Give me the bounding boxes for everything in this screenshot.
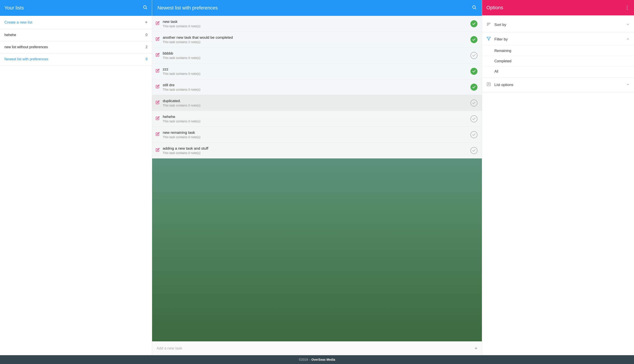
footer-brand: OverSeas Media xyxy=(311,358,335,361)
right-header: Options ⋮ xyxy=(482,0,634,16)
task-info: zzz This task contains 0 note(s) xyxy=(163,67,467,76)
center-search-icon[interactable] xyxy=(472,5,476,11)
task-notes: This task contains 0 note(s) xyxy=(163,151,467,155)
task-info: adding a new task and stuff This task co… xyxy=(163,146,467,155)
task-notes: This task contains 0 note(s) xyxy=(163,135,467,139)
task-name: another new task that would be completed xyxy=(163,36,467,40)
task-info: still dre This task contains 0 note(s) xyxy=(163,83,467,91)
center-title: Newest list with preferences xyxy=(158,5,218,11)
list-item-count: 2 xyxy=(146,45,148,49)
svg-line-1 xyxy=(146,8,147,9)
task-name: new task xyxy=(163,20,467,24)
task-name: bbbbb xyxy=(163,51,467,56)
filter-sub-item[interactable]: All xyxy=(482,66,634,76)
filter-sub-item[interactable]: Completed xyxy=(482,56,634,66)
task-name: still dre xyxy=(163,83,467,87)
tasks-list: new task This task contains 0 note(s) an… xyxy=(152,16,482,341)
center-header: Newest list with preferences xyxy=(152,0,482,16)
task-check[interactable] xyxy=(470,68,478,75)
task-notes: This task contains 0 note(s) xyxy=(163,56,467,60)
task-name: adding a new task and stuff xyxy=(163,146,467,151)
task-row: new task This task contains 0 note(s) xyxy=(152,16,482,32)
list-item-count: 9 xyxy=(146,57,148,61)
list-options-icon xyxy=(486,82,491,88)
sort-by-label: Sort by xyxy=(494,23,622,27)
task-check[interactable] xyxy=(470,52,478,59)
task-edit-icon[interactable] xyxy=(156,69,160,74)
sort-by-section: Sort by xyxy=(482,18,634,32)
task-edit-icon[interactable] xyxy=(156,53,160,58)
filter-by-label: Filter by xyxy=(494,37,622,42)
left-panel: Your lists Create a new list + hehehe 0 … xyxy=(0,0,152,355)
task-row: zzz This task contains 0 note(s) xyxy=(152,64,482,79)
sort-by-row[interactable]: Sort by xyxy=(482,18,634,31)
search-icon[interactable] xyxy=(143,5,148,11)
task-info: another new task that would be completed… xyxy=(163,36,467,44)
task-info: hehehe This task contains 0 note(s) xyxy=(163,115,467,123)
task-info: bbbbb This task contains 0 note(s) xyxy=(163,51,467,60)
menu-icon[interactable]: ⋮ xyxy=(625,5,630,10)
task-row: still dre This task contains 0 note(s) xyxy=(152,79,482,95)
task-check[interactable] xyxy=(470,84,478,91)
task-edit-icon[interactable] xyxy=(156,116,160,121)
main-content: Your lists Create a new list + hehehe 0 … xyxy=(0,0,634,355)
list-item[interactable]: Newest list with preferences 9 xyxy=(0,53,152,65)
task-edit-icon[interactable] xyxy=(156,148,160,153)
task-edit-icon[interactable] xyxy=(156,21,160,26)
task-edit-icon[interactable] xyxy=(156,132,160,137)
footer-text: ©2019 – OverSeas Media xyxy=(299,358,335,361)
task-row: duplicated. This task contains 0 note(s) xyxy=(152,95,482,111)
task-name: new remaining task xyxy=(163,130,467,135)
svg-rect-8 xyxy=(487,83,490,86)
right-body: Sort by xyxy=(482,16,634,355)
task-check[interactable] xyxy=(470,147,478,154)
list-item[interactable]: hehehe 0 xyxy=(0,29,152,41)
right-panel: Options ⋮ Sort by xyxy=(482,0,634,355)
filter-by-row[interactable]: Filter by xyxy=(482,33,634,46)
task-check[interactable] xyxy=(470,100,478,106)
add-task-placeholder: Add a new task xyxy=(156,346,182,350)
filter-icon xyxy=(486,36,491,42)
filter-sub-items: RemainingCompletedAll xyxy=(482,46,634,76)
task-notes: This task contains 0 note(s) xyxy=(163,24,467,28)
list-item-name: Newest list with preferences xyxy=(4,57,48,61)
list-item-count: 0 xyxy=(146,33,148,37)
center-panel: Newest list with preferences new task Th… xyxy=(152,0,482,355)
add-task-row[interactable]: Add a new task + xyxy=(152,341,482,355)
filter-chevron-icon xyxy=(626,37,630,42)
task-check[interactable] xyxy=(470,131,478,138)
footer: ©2019 – OverSeas Media xyxy=(0,355,634,364)
lists-container: hehehe 0 new list without preferences 2 … xyxy=(0,29,152,65)
your-lists-title: Your lists xyxy=(4,5,24,11)
svg-line-3 xyxy=(475,8,476,9)
list-options-row[interactable]: List options xyxy=(482,78,634,91)
list-item-name: new list without preferences xyxy=(4,45,48,49)
list-item[interactable]: new list without preferences 2 xyxy=(0,41,152,53)
create-new-list-button[interactable]: Create a new list + xyxy=(0,16,152,29)
filter-sub-item[interactable]: Remaining xyxy=(482,46,634,56)
task-notes: This task contains 0 note(s) xyxy=(163,72,467,76)
add-task-icon[interactable]: + xyxy=(474,346,478,351)
add-icon: + xyxy=(145,20,148,25)
task-check[interactable] xyxy=(470,115,478,122)
filter-by-section: Filter by RemainingCompletedAll xyxy=(482,32,634,78)
task-check[interactable] xyxy=(470,36,478,43)
task-edit-icon[interactable] xyxy=(156,84,160,90)
task-edit-icon[interactable] xyxy=(156,37,160,42)
task-notes: This task contains 0 note(s) xyxy=(163,104,467,107)
left-header: Your lists xyxy=(0,0,152,16)
task-notes: This task contains 0 note(s) xyxy=(163,88,467,91)
options-title: Options xyxy=(486,5,503,10)
task-name: hehehe xyxy=(163,115,467,119)
task-notes: This task contains 0 note(s) xyxy=(163,120,467,123)
task-check[interactable] xyxy=(470,20,478,27)
task-name: zzz xyxy=(163,67,467,72)
sort-icon xyxy=(486,22,491,28)
task-edit-icon[interactable] xyxy=(156,100,160,106)
task-info: duplicated. This task contains 0 note(s) xyxy=(163,99,467,107)
sort-chevron-icon xyxy=(626,23,630,27)
task-info: new remaining task This task contains 0 … xyxy=(163,130,467,139)
task-row: hehehe This task contains 0 note(s) xyxy=(152,111,482,127)
task-info: new task This task contains 0 note(s) xyxy=(163,20,467,28)
app-container: Your lists Create a new list + hehehe 0 … xyxy=(0,0,634,364)
